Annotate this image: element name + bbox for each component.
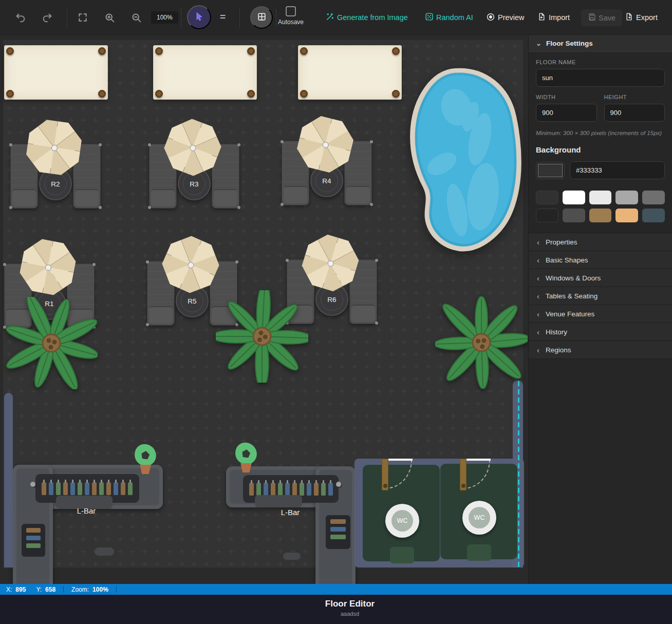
chevron-left-icon: ‹: [537, 328, 539, 336]
sidebar-section-basic-shapes[interactable]: ‹ Basic Shapes: [529, 251, 672, 269]
background-hex-input[interactable]: [570, 161, 665, 179]
potted-plant[interactable]: [234, 443, 258, 475]
table-label: R5: [188, 297, 196, 305]
chevron-left-icon: ‹: [537, 346, 539, 354]
zoom-out-button[interactable]: [129, 10, 143, 25]
door-lintel: [466, 459, 491, 461]
glass-icon: [30, 482, 35, 487]
color-swatch[interactable]: [563, 191, 585, 204]
line-tool-button[interactable]: =: [220, 11, 226, 23]
chevron-down-icon: ⌄: [536, 40, 542, 47]
color-swatch[interactable]: [536, 191, 558, 204]
sidebar-section-venue-features[interactable]: ‹ Venue Features: [529, 305, 672, 323]
canopy[interactable]: [4, 45, 108, 100]
width-label: WIDTH: [536, 94, 597, 100]
sidebar-section-windows-doors[interactable]: ‹ Windows & Doors: [529, 269, 672, 287]
file-export-icon: [625, 12, 633, 23]
sink: [467, 544, 491, 561]
floor-name-input[interactable]: [536, 69, 665, 87]
table-group[interactable]: R3: [149, 144, 239, 211]
canopy[interactable]: [153, 45, 257, 100]
color-swatch[interactable]: [589, 209, 612, 222]
height-input[interactable]: [604, 104, 665, 122]
height-label: HEIGHT: [604, 94, 665, 100]
redo-icon: [42, 12, 53, 23]
dice-icon: [425, 12, 434, 23]
select-tool-button[interactable]: [187, 5, 211, 29]
swatch-palette: [536, 191, 665, 222]
color-swatch[interactable]: [615, 209, 638, 222]
palm-tree[interactable]: [435, 296, 528, 389]
chevron-left-icon: ‹: [537, 274, 539, 282]
redo-button[interactable]: [40, 10, 54, 25]
color-swatch[interactable]: [615, 191, 638, 204]
width-input[interactable]: [536, 104, 597, 122]
table-group[interactable]: R2: [10, 144, 101, 211]
wc-label: WC: [397, 517, 408, 524]
bar-fridge: [326, 515, 350, 549]
autosave-checkbox[interactable]: [286, 6, 296, 16]
region-boundary-dashed-line[interactable]: [518, 381, 519, 567]
color-swatch[interactable]: [536, 209, 558, 222]
zoom-in-button[interactable]: [102, 10, 117, 25]
palm-tree[interactable]: [216, 290, 308, 383]
toolbar-divider: [239, 7, 240, 28]
bar-knob: [283, 553, 301, 560]
grid-toggle-button[interactable]: [250, 6, 273, 29]
region-wall-left[interactable]: [4, 393, 13, 568]
potted-plant[interactable]: [133, 444, 158, 476]
pointer-icon: [194, 11, 204, 23]
floor-area[interactable]: R2 R3 R4 R1: [3, 40, 523, 568]
grid-icon: [257, 12, 267, 23]
editor-canvas[interactable]: R2 R3 R4 R1: [0, 35, 528, 584]
autosave-control: Autosave: [277, 4, 304, 26]
canopy[interactable]: [298, 45, 402, 100]
chevron-left-icon: ‹: [537, 292, 539, 300]
sidebar-section-properties[interactable]: ‹ Properties: [529, 233, 672, 251]
door-lintel: [388, 459, 413, 461]
glass-icon: [336, 482, 341, 487]
save-button[interactable]: Save: [581, 9, 622, 26]
import-button[interactable]: Import: [537, 0, 570, 35]
autosave-label: Autosave: [277, 18, 304, 26]
plant-leaves: [234, 441, 258, 465]
floor-settings-header[interactable]: ⌄ Floor Settings: [529, 35, 672, 52]
canopy-post: [6, 47, 14, 55]
toilet: WC: [462, 501, 496, 535]
y-value: 658: [45, 586, 55, 593]
restroom-block[interactable]: WC WC: [354, 459, 524, 568]
table-group[interactable]: R4: [282, 141, 372, 207]
fit-view-button[interactable]: [76, 10, 90, 25]
bar-fridge: [22, 524, 45, 557]
color-swatch[interactable]: [589, 191, 612, 204]
pool[interactable]: [405, 67, 525, 254]
preview-button[interactable]: Preview: [486, 0, 525, 35]
undo-button[interactable]: [13, 10, 28, 25]
floor-settings-title: Floor Settings: [546, 40, 593, 47]
palm-tree[interactable]: [5, 297, 98, 389]
canopy-post: [247, 90, 255, 98]
color-swatch[interactable]: [563, 209, 585, 222]
sidebar-section-tables-seating[interactable]: ‹ Tables & Seating: [529, 287, 672, 305]
sidebar-section-history[interactable]: ‹ History: [529, 323, 672, 341]
generate-from-image-button[interactable]: Generate from Image: [325, 0, 408, 35]
color-swatch[interactable]: [642, 191, 665, 204]
bottom-title-block: Floor Editor aaadsd: [325, 599, 375, 617]
plant-pot: [239, 463, 253, 472]
color-swatch[interactable]: [642, 209, 665, 222]
door[interactable]: [460, 459, 493, 491]
color-picker-swatch[interactable]: [536, 162, 565, 179]
toolbar-divider: [181, 7, 181, 28]
sidebar-section-regions[interactable]: ‹ Regions: [529, 341, 672, 359]
statusbar-divider: [116, 586, 117, 593]
random-ai-button[interactable]: Random AI: [425, 0, 473, 35]
app-title: Floor Editor: [325, 599, 375, 609]
background-title: Background: [536, 145, 665, 154]
export-button[interactable]: Export: [625, 0, 658, 35]
toilet: WC: [385, 504, 419, 538]
door[interactable]: [382, 459, 415, 491]
coordinate-statusbar: X: 895 Y: 658 Zoom: 100%: [0, 584, 672, 595]
bar-tray: [255, 495, 302, 507]
bar-knob: [95, 547, 114, 556]
canopy-post: [247, 47, 255, 55]
